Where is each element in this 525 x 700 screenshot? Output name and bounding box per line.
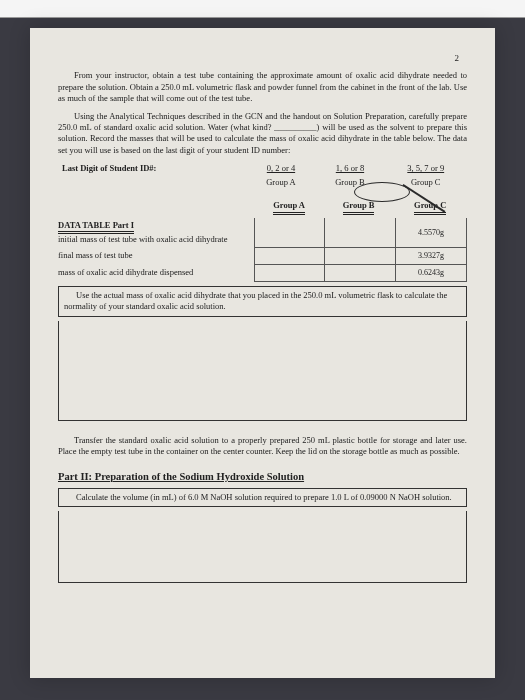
normality-instruction-box: Use the actual mass of oxalic acid dihyd…: [58, 286, 467, 317]
row3-group-a: [254, 265, 325, 282]
group-b-label: Group B: [315, 176, 384, 189]
option-a: 0, 2 or 4: [267, 163, 295, 173]
row3-group-c: 0.6243g: [418, 268, 444, 277]
row1-group-b: [325, 218, 396, 248]
intro-paragraph-2: Using the Analytical Techniques describe…: [58, 111, 467, 157]
row1-group-c: 4.5570g: [418, 228, 444, 237]
col-head-b: Group B: [343, 200, 375, 214]
transfer-paragraph: Transfer the standard oxalic acid soluti…: [58, 435, 467, 458]
data-table-section: Group A Group B Group C DATA TABLE Part …: [58, 199, 467, 282]
part-2-heading: Part II: Preparation of the Sodium Hydro…: [58, 470, 467, 484]
data-table-title: DATA TABLE Part I: [58, 220, 134, 234]
row2-group-b: [325, 248, 396, 265]
naoh-instruction-box: Calculate the volume (in mL) of 6.0 M Na…: [58, 488, 467, 507]
student-id-table: Last Digit of Student ID#: 0, 2 or 4 1, …: [58, 162, 467, 189]
col-head-a: Group A: [273, 200, 305, 214]
id-label: Last Digit of Student ID#:: [58, 162, 246, 175]
intro-paragraph-1: From your instructor, obtain a test tube…: [58, 70, 467, 104]
normality-workspace: [58, 321, 467, 421]
row2-group-c: 3.9327g: [418, 251, 444, 260]
row1-label: initial mass of test tube with oxalic ac…: [58, 234, 228, 244]
group-c-label: Group C: [384, 176, 467, 189]
row2-label: final mass of test tube: [58, 248, 254, 265]
row3-group-b: [325, 265, 396, 282]
col-head-c: Group C: [414, 200, 446, 214]
naoh-workspace: [58, 511, 467, 583]
row3-label: mass of oxalic acid dihydrate dispensed: [58, 265, 254, 282]
group-a-label: Group A: [246, 176, 315, 189]
document-page: 2 From your instructor, obtain a test tu…: [30, 28, 495, 678]
option-c: 3, 5, 7 or 9: [407, 163, 444, 173]
row2-group-a: [254, 248, 325, 265]
window-topbar: [0, 0, 525, 18]
page-number: 2: [58, 52, 467, 64]
row1-group-a: [254, 218, 325, 248]
option-b: 1, 6 or 8: [336, 163, 364, 173]
